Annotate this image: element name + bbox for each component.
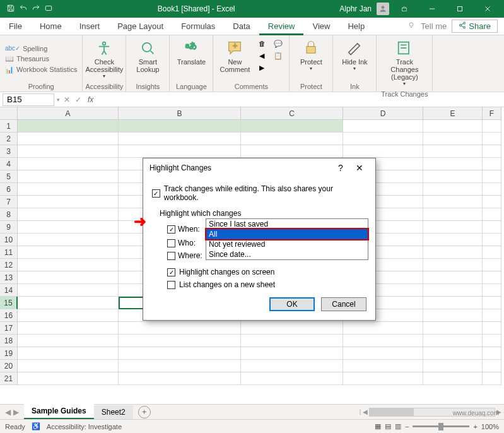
avatar[interactable] bbox=[377, 3, 389, 15]
cell[interactable] bbox=[483, 335, 501, 347]
cell[interactable] bbox=[423, 335, 483, 347]
cell[interactable] bbox=[241, 120, 343, 133]
row-header[interactable]: 2 bbox=[0, 133, 18, 145]
cell[interactable] bbox=[343, 145, 423, 158]
cell[interactable] bbox=[423, 246, 483, 259]
cell[interactable] bbox=[18, 145, 119, 158]
cell[interactable] bbox=[423, 221, 483, 234]
cell[interactable] bbox=[343, 360, 423, 372]
cell[interactable] bbox=[241, 347, 343, 360]
cell[interactable] bbox=[483, 145, 501, 158]
zoom-level[interactable]: 100% bbox=[481, 423, 499, 430]
dropdown-option[interactable]: Since I last saved bbox=[206, 219, 368, 229]
track-changes-button[interactable]: Track Changes (Legacy)▾ bbox=[379, 37, 430, 89]
row-header[interactable]: 5 bbox=[0, 170, 18, 183]
maximize-icon[interactable] bbox=[447, 0, 472, 18]
cell[interactable] bbox=[343, 372, 423, 385]
dropdown-option-selected[interactable]: All bbox=[206, 229, 368, 239]
cell[interactable] bbox=[119, 360, 241, 372]
translate-button[interactable]: aあTranslate bbox=[172, 37, 210, 68]
highlight-screen-checkbox[interactable] bbox=[167, 268, 175, 276]
cell[interactable] bbox=[483, 170, 501, 183]
cell[interactable] bbox=[18, 234, 119, 246]
zoom-slider[interactable] bbox=[413, 425, 469, 427]
cell[interactable] bbox=[423, 360, 483, 372]
cell[interactable] bbox=[119, 133, 241, 145]
cell[interactable] bbox=[483, 360, 501, 372]
cell[interactable] bbox=[18, 158, 119, 170]
cell[interactable] bbox=[18, 208, 119, 221]
cell[interactable] bbox=[423, 347, 483, 360]
when-checkbox[interactable] bbox=[167, 225, 175, 234]
close-button[interactable]: ✕ bbox=[350, 163, 369, 173]
fx-icon[interactable]: fx bbox=[85, 95, 96, 104]
cell[interactable] bbox=[423, 297, 483, 309]
ribbon-opts-icon[interactable] bbox=[392, 0, 417, 18]
sheet-tab-sample[interactable]: Sample Guides bbox=[24, 404, 94, 420]
track-changes-checkbox[interactable] bbox=[152, 189, 160, 198]
row-header[interactable]: 14 bbox=[0, 284, 18, 297]
cell[interactable] bbox=[18, 246, 119, 259]
cell[interactable] bbox=[119, 120, 241, 133]
row-header[interactable]: 20 bbox=[0, 360, 18, 372]
cell[interactable] bbox=[423, 259, 483, 271]
row-header[interactable]: 15 bbox=[0, 297, 18, 309]
cell[interactable] bbox=[119, 322, 241, 335]
row-header[interactable]: 8 bbox=[0, 208, 18, 221]
tab-review[interactable]: Review bbox=[259, 18, 304, 35]
cell[interactable] bbox=[423, 120, 483, 133]
cell[interactable] bbox=[483, 221, 501, 234]
column-header[interactable]: E bbox=[423, 107, 483, 120]
add-sheet-button[interactable]: + bbox=[138, 406, 151, 418]
workbook-stats-button[interactable]: 📊Workbook Statistics bbox=[3, 64, 79, 75]
cell[interactable] bbox=[483, 347, 501, 360]
thesaurus-button[interactable]: 📖Thesaurus bbox=[3, 54, 52, 64]
cell[interactable] bbox=[18, 284, 119, 297]
who-checkbox[interactable] bbox=[167, 239, 175, 247]
next-comment-icon[interactable]: ▶ bbox=[256, 62, 267, 73]
cell[interactable] bbox=[18, 183, 119, 196]
row-header[interactable]: 1 bbox=[0, 120, 18, 133]
view-break-icon[interactable]: ▥ bbox=[395, 422, 401, 430]
cell[interactable] bbox=[343, 120, 423, 133]
row-header[interactable]: 7 bbox=[0, 196, 18, 208]
cell[interactable] bbox=[423, 372, 483, 385]
cell[interactable] bbox=[343, 335, 423, 347]
tab-file[interactable]: File bbox=[0, 18, 31, 35]
cell[interactable] bbox=[241, 145, 343, 158]
tab-help[interactable]: Help bbox=[339, 18, 373, 35]
undo-icon[interactable] bbox=[19, 4, 28, 15]
next-sheet-icon[interactable]: ▶ bbox=[13, 408, 19, 417]
cell[interactable] bbox=[483, 372, 501, 385]
cell[interactable] bbox=[343, 133, 423, 145]
cell[interactable] bbox=[18, 322, 119, 335]
cell[interactable] bbox=[343, 347, 423, 360]
cell[interactable] bbox=[423, 284, 483, 297]
cell[interactable] bbox=[483, 158, 501, 170]
row-header[interactable]: 17 bbox=[0, 322, 18, 335]
row-header[interactable]: 12 bbox=[0, 259, 18, 271]
row-header[interactable]: 9 bbox=[0, 221, 18, 234]
touch-icon[interactable] bbox=[44, 4, 53, 15]
redo-icon[interactable] bbox=[32, 4, 40, 15]
minimize-icon[interactable] bbox=[419, 0, 445, 18]
scroll-left-icon[interactable]: ◀ bbox=[363, 408, 368, 415]
column-header[interactable]: F bbox=[483, 107, 501, 120]
row-header[interactable]: 19 bbox=[0, 347, 18, 360]
tab-pagelayout[interactable]: Page Layout bbox=[108, 18, 172, 35]
cell[interactable] bbox=[423, 309, 483, 322]
cell[interactable] bbox=[119, 347, 241, 360]
cell[interactable] bbox=[483, 196, 501, 208]
cell[interactable] bbox=[483, 120, 501, 133]
cell[interactable] bbox=[423, 145, 483, 158]
row-header[interactable]: 16 bbox=[0, 309, 18, 322]
cell[interactable] bbox=[343, 322, 423, 335]
cell[interactable] bbox=[423, 158, 483, 170]
save-icon[interactable] bbox=[6, 4, 15, 15]
cell[interactable] bbox=[18, 309, 119, 322]
row-header[interactable]: 10 bbox=[0, 234, 18, 246]
cell[interactable] bbox=[483, 183, 501, 196]
column-header[interactable]: A bbox=[18, 107, 119, 120]
cell[interactable] bbox=[18, 170, 119, 183]
show-comment-icon[interactable]: 💬 bbox=[273, 38, 284, 49]
